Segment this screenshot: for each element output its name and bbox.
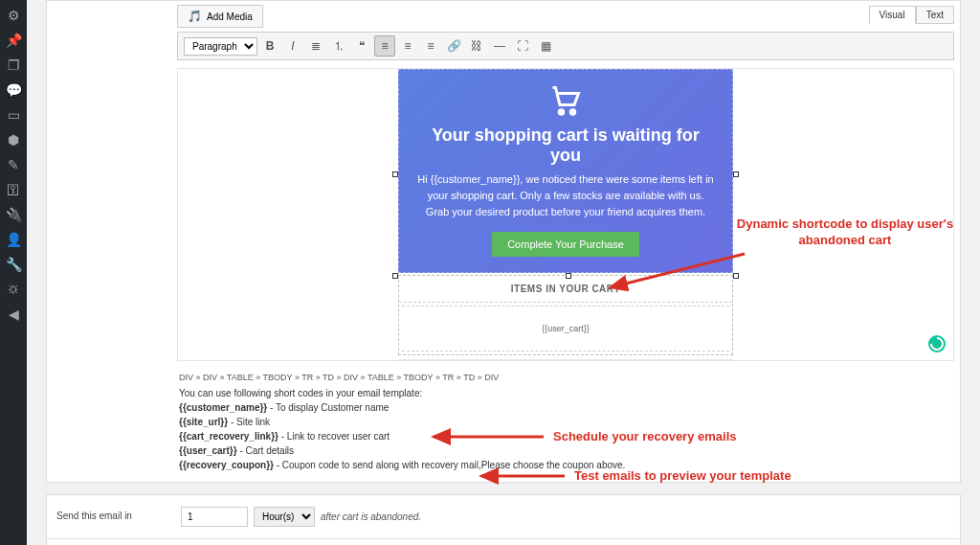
svg-point-1 bbox=[570, 110, 575, 115]
items-header: ITEMS IN YOUR CART bbox=[399, 276, 732, 303]
italic-button[interactable]: I bbox=[282, 35, 303, 57]
key-icon[interactable]: ⚿ bbox=[0, 178, 27, 201]
schedule-label: Send this email in bbox=[56, 507, 181, 521]
grammarly-icon[interactable] bbox=[928, 335, 946, 352]
cart-icon bbox=[546, 83, 586, 118]
shortcode-item: {{user_cart}} - Cart details bbox=[179, 443, 952, 458]
email-template-card: Your shopping cart is waiting for you Hi… bbox=[398, 69, 733, 361]
schedule-row: Send this email in Hour(s) after cart is… bbox=[46, 494, 961, 539]
format-dropdown[interactable]: Paragraph bbox=[184, 37, 257, 56]
plugin-icon[interactable]: 🔌 bbox=[0, 203, 27, 226]
settings-icon[interactable]: ⛭ bbox=[0, 278, 27, 301]
shortcode-item: {{cart_recovery_link}} - Link to recover… bbox=[179, 429, 952, 443]
items-section: ITEMS IN YOUR CART {{user_cart}} bbox=[398, 275, 733, 355]
readmore-button[interactable]: ― bbox=[489, 35, 510, 57]
tools-icon[interactable]: 🔧 bbox=[0, 253, 27, 276]
media-icon: 🎵 bbox=[188, 10, 202, 23]
items-placeholder: {{user_cart}} bbox=[402, 306, 729, 352]
collapse-icon[interactable]: ◀ bbox=[0, 303, 27, 326]
media-icon[interactable]: ❐ bbox=[0, 54, 27, 77]
link-button[interactable]: 🔗 bbox=[443, 35, 464, 57]
add-media-button[interactable]: 🎵 Add Media bbox=[177, 5, 263, 28]
dashboard-icon[interactable]: ⚙ bbox=[0, 4, 27, 27]
bullet-list-button[interactable]: ≣ bbox=[305, 35, 326, 57]
ad-icon[interactable]: ▭ bbox=[0, 103, 27, 126]
pin-icon[interactable]: 📌 bbox=[0, 29, 27, 52]
schedule-unit-select[interactable]: Hour(s) bbox=[254, 507, 315, 527]
comment-icon[interactable]: 💬 bbox=[0, 79, 27, 102]
cta-button[interactable]: Complete Your Purchase bbox=[492, 232, 639, 257]
product-icon[interactable]: ⬢ bbox=[0, 128, 27, 151]
number-list-button[interactable]: ⒈ bbox=[328, 35, 349, 57]
editor-toolbar: Paragraph B I ≣ ⒈ ❝ ≡ ≡ ≡ 🔗 ⛓ ― ⛶ ▦ bbox=[177, 32, 954, 60]
social-bar: Share Tweet +1 bbox=[398, 359, 733, 361]
hero-body: Hi {{customer_name}}, we noticed there w… bbox=[416, 171, 715, 220]
tab-visual[interactable]: Visual bbox=[869, 6, 916, 24]
shortcodes-intro: You can use following short codes in you… bbox=[179, 386, 952, 400]
shortcode-item: {{recovery_coupon}} - Coupon code to sen… bbox=[179, 458, 952, 472]
shortcode-item: {{customer_name}} - To display Customer … bbox=[179, 400, 952, 415]
schedule-value-input[interactable] bbox=[181, 507, 248, 527]
unlink-button[interactable]: ⛓ bbox=[466, 35, 487, 57]
align-center-button[interactable]: ≡ bbox=[397, 35, 418, 57]
toolbar-toggle-button[interactable]: ▦ bbox=[535, 35, 556, 57]
main-content: 🎵 Add Media Visual Text Paragraph B I ≣ … bbox=[27, 0, 980, 545]
hero-title: Your shopping cart is waiting for you bbox=[416, 125, 715, 166]
align-left-button[interactable]: ≡ bbox=[374, 35, 395, 57]
blockquote-button[interactable]: ❝ bbox=[351, 35, 372, 57]
add-media-label: Add Media bbox=[207, 11, 253, 22]
fullscreen-button[interactable]: ⛶ bbox=[512, 35, 533, 57]
schedule-after-text: after cart is abandoned. bbox=[321, 511, 421, 522]
test-email-row: Send a test email to Send a test Email E… bbox=[46, 538, 961, 545]
shortcodes-help: You can use following short codes in you… bbox=[171, 384, 960, 482]
appearance-icon[interactable]: ✎ bbox=[0, 153, 27, 176]
align-right-button[interactable]: ≡ bbox=[420, 35, 441, 57]
shortcode-item: {{site_url}} - Site link bbox=[179, 415, 952, 429]
svg-point-0 bbox=[559, 110, 564, 115]
bold-button[interactable]: B bbox=[259, 35, 280, 57]
user-icon[interactable]: 👤 bbox=[0, 228, 27, 251]
wp-admin-sidebar[interactable]: ⚙ 📌 ❐ 💬 ▭ ⬢ ✎ ⚿ 🔌 👤 🔧 ⛭ ◀ bbox=[0, 0, 27, 545]
element-breadcrumb[interactable]: DIV » DIV » TABLE » TBODY » TR » TD » DI… bbox=[171, 367, 960, 384]
tab-text[interactable]: Text bbox=[916, 6, 954, 24]
editor-panel: 🎵 Add Media Visual Text Paragraph B I ≣ … bbox=[46, 0, 961, 483]
editor-canvas[interactable]: Your shopping cart is waiting for you Hi… bbox=[177, 68, 954, 361]
editor-mode-tabs: Visual Text bbox=[863, 1, 960, 23]
hero-section: Your shopping cart is waiting for you Hi… bbox=[398, 69, 733, 273]
